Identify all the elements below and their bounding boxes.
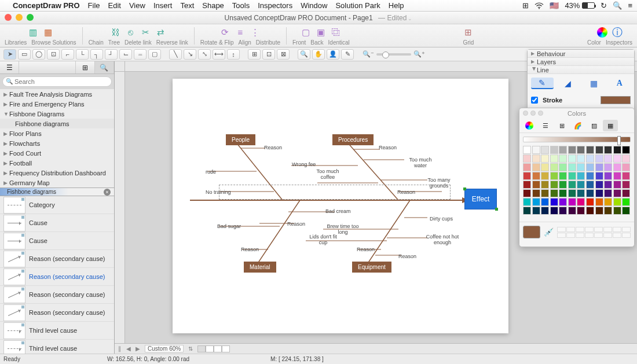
cp-min[interactable] [530, 111, 536, 116]
shape-item[interactable]: Reason (secondary cause) [0, 250, 114, 268]
zoom-in-button[interactable]: 🔍⁺ [413, 49, 426, 60]
chain-icon[interactable]: ⛓ [111, 27, 121, 38]
zoom-out-button[interactable]: 🔍⁻ [362, 49, 375, 60]
clock-icon[interactable]: ↻ [601, 1, 607, 10]
delete-link-icon[interactable]: ✂ [141, 27, 151, 38]
color-swatch[interactable] [568, 181, 576, 189]
color-swatch[interactable] [577, 198, 585, 206]
color-swatch[interactable] [613, 198, 621, 206]
color-swatch[interactable] [586, 163, 594, 171]
page-nav-prev[interactable]: ◀ [124, 345, 133, 352]
brightness-slider[interactable] [523, 137, 631, 142]
color-swatch[interactable] [604, 172, 612, 180]
panel-tab-grid[interactable]: ⊞ [76, 61, 95, 73]
style-tab-pen[interactable]: ✎ [531, 78, 554, 89]
color-swatch[interactable] [604, 198, 612, 206]
color-swatch[interactable] [586, 155, 594, 163]
color-swatch[interactable] [622, 189, 630, 197]
color-swatch[interactable] [550, 163, 558, 171]
shapes-tab[interactable]: Fishbone diagrams [2, 189, 61, 195]
color-swatch[interactable] [541, 155, 549, 163]
tree-fault-tree[interactable]: ▶Fault Tree Analysis Diagrams [0, 89, 114, 99]
inspectors-icon[interactable]: ⓘ [612, 27, 623, 38]
browse-solutions-icon[interactable]: ▦ [43, 27, 53, 38]
colortab-sliders[interactable]: ☰ [538, 120, 553, 131]
inspector-layers[interactable]: ▶Layers [528, 58, 634, 66]
color-swatch[interactable] [595, 198, 603, 206]
color-swatch[interactable] [586, 207, 594, 215]
tree-icon[interactable]: ⎋ [126, 27, 136, 38]
color-swatch[interactable] [541, 207, 549, 215]
ellipse-tool[interactable]: ◯ [32, 49, 45, 60]
grid-icon[interactable]: ⊞ [463, 27, 474, 38]
color-swatch[interactable] [559, 181, 567, 189]
tree-floor[interactable]: ▶Floor Plans [0, 128, 114, 138]
category-procedures[interactable]: Procedures [332, 134, 374, 145]
menu-window[interactable]: Window [301, 1, 327, 10]
battery-status[interactable]: 43% [565, 1, 595, 10]
color-swatch[interactable] [523, 189, 531, 197]
color-swatch[interactable] [604, 181, 612, 189]
category-equipment[interactable]: Equipment [352, 262, 391, 273]
snap-tool-1[interactable]: ⊞ [248, 49, 261, 60]
category-material[interactable]: Material [244, 262, 276, 273]
edit-tool[interactable]: ✎ [341, 49, 354, 60]
menu-solution-park[interactable]: Solution Park [335, 1, 380, 10]
color-swatch[interactable] [559, 155, 567, 163]
tree-football[interactable]: ▶Football [0, 158, 114, 168]
color-swatch[interactable] [559, 172, 567, 180]
shape-item[interactable]: Reason (secondary cause) [0, 286, 114, 304]
inspector-behaviour[interactable]: ▶Behaviour [528, 50, 634, 58]
color-swatch[interactable] [532, 198, 540, 206]
color-swatch[interactable] [550, 207, 558, 215]
color-swatch[interactable] [595, 172, 603, 180]
color-swatch[interactable] [604, 189, 612, 197]
style-tab-fill[interactable]: ▦ [583, 78, 605, 89]
color-swatch[interactable] [523, 181, 531, 189]
shape-item[interactable]: Category [0, 196, 114, 214]
color-swatch[interactable] [586, 146, 594, 154]
line-tool-1[interactable]: ╲ [169, 49, 182, 60]
color-swatch[interactable] [568, 189, 576, 197]
color-swatch[interactable] [541, 146, 549, 154]
menu-icon[interactable]: ≡ [628, 1, 632, 10]
pointer-tool[interactable]: ➤ [3, 49, 16, 60]
tree-fire[interactable]: ▶Fire and Emergency Plans [0, 99, 114, 109]
color-swatch[interactable] [532, 189, 540, 197]
cp-zoom[interactable] [538, 111, 543, 116]
color-swatch[interactable] [568, 146, 576, 154]
color-swatch[interactable] [532, 155, 540, 163]
inspector-line[interactable]: ▶Line [528, 66, 634, 74]
color-swatch[interactable] [604, 155, 612, 163]
line-tool-3[interactable]: ⤡ [198, 49, 211, 60]
color-swatch[interactable] [541, 181, 549, 189]
page-nav-markers[interactable]: ∥ [115, 345, 124, 352]
box-tool[interactable]: ▢ [148, 49, 161, 60]
page-tabs[interactable] [197, 345, 230, 352]
color-swatch[interactable] [541, 172, 549, 180]
color-swatch[interactable] [622, 146, 630, 154]
connector-tool-2[interactable]: └ [76, 49, 89, 60]
dimension-tool-1[interactable]: ⟷ [213, 49, 225, 60]
color-swatch[interactable] [613, 189, 621, 197]
color-swatch[interactable] [577, 172, 585, 180]
style-tab-text[interactable]: A [609, 78, 631, 89]
color-swatch[interactable] [532, 146, 540, 154]
color-swatch[interactable] [523, 163, 531, 171]
color-swatch[interactable] [613, 181, 621, 189]
color-swatch[interactable] [622, 172, 630, 180]
window-controls[interactable] [5, 14, 34, 21]
color-swatch[interactable] [568, 155, 576, 163]
color-swatch[interactable] [532, 207, 540, 215]
color-grid[interactable] [523, 146, 631, 215]
tree-fishbone-sub[interactable]: Fishbone diagrams [0, 119, 114, 128]
menu-tools[interactable]: Tools [232, 1, 250, 10]
color-swatch[interactable] [622, 207, 630, 215]
category-people[interactable]: People [226, 134, 255, 145]
color-swatch[interactable] [622, 181, 630, 189]
recent-colors[interactable] [557, 227, 631, 238]
color-swatch[interactable] [595, 189, 603, 197]
color-swatch[interactable] [577, 146, 585, 154]
color-swatch[interactable] [541, 163, 549, 171]
color-swatch[interactable] [532, 172, 540, 180]
